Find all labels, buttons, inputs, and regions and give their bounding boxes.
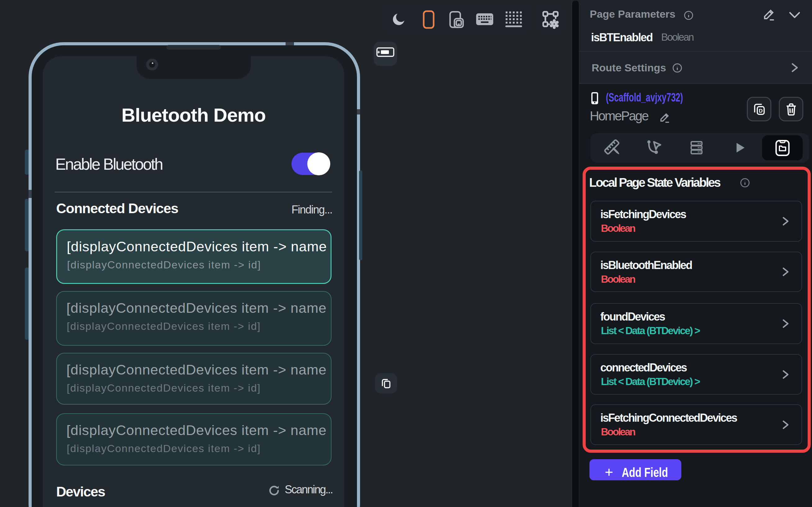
svg-text:D: D [759, 108, 763, 114]
